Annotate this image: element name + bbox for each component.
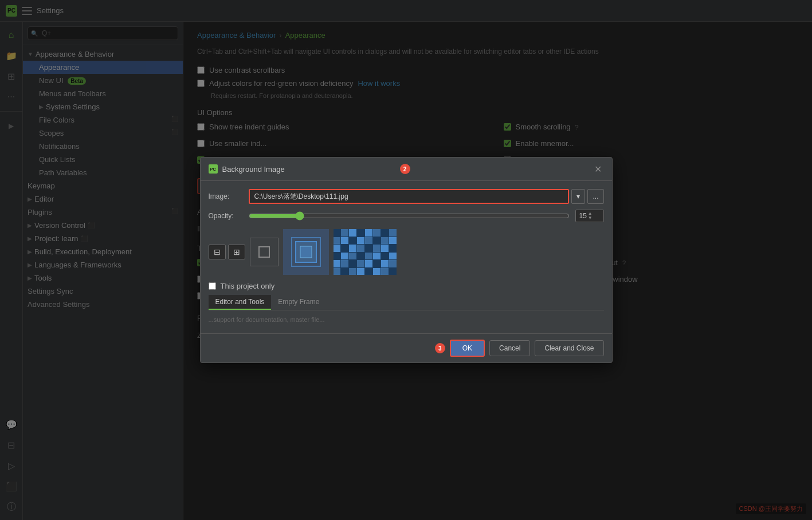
opacity-value: 15 — [579, 212, 587, 220]
opacity-slider[interactable] — [249, 211, 570, 220]
layout-btn-split-horizontal[interactable]: ⊞ — [228, 245, 245, 259]
opacity-label: Opacity: — [209, 212, 243, 220]
this-project-label: This project only — [221, 282, 275, 290]
grid-cell — [341, 237, 348, 245]
grid-cell — [389, 260, 397, 267]
center-square-inner — [258, 246, 270, 258]
image-input-wrap: ▾ ... — [249, 189, 604, 204]
grid-cell — [373, 260, 380, 267]
modal-title: Background Image — [222, 165, 395, 174]
grid-cell — [381, 268, 389, 275]
image-label: Image: — [209, 192, 243, 200]
grid-pattern-preview: // Will be generated via JS below — [334, 229, 397, 275]
grid-cell — [334, 245, 341, 252]
opacity-spinner[interactable]: ▲ ▼ — [588, 211, 593, 220]
tab-empty-frame[interactable]: Empty Frame — [271, 295, 326, 310]
grid-cell — [357, 268, 364, 275]
this-project-checkbox[interactable] — [209, 282, 216, 290]
grid-cell — [341, 253, 348, 260]
modal-badge-3: 3 — [435, 343, 445, 353]
grid-cell — [349, 260, 356, 267]
grid-cell — [341, 229, 348, 237]
scroll-hint: ...support for documentation, master fil… — [209, 316, 604, 323]
grid-cell — [341, 268, 348, 275]
grid-cell — [389, 229, 397, 237]
grid-cell — [349, 253, 356, 260]
grid-cell — [389, 237, 397, 245]
grid-cell — [389, 268, 397, 275]
grid-cell — [341, 260, 348, 267]
grid-cell — [357, 253, 364, 260]
grid-cell — [373, 245, 380, 252]
clear-and-close-button[interactable]: Clear and Close — [535, 340, 603, 356]
image-row: Image: ▾ ... — [209, 189, 604, 204]
blue-squares-preview — [283, 229, 329, 275]
background-image-modal: PC Background Image 2 ✕ Image: ▾ ... Opa… — [200, 157, 613, 363]
grid-cell — [389, 253, 397, 260]
grid-cell — [334, 237, 341, 245]
grid-cell — [334, 229, 341, 237]
preview-area: ⊟ ⊞ // Will — [209, 229, 604, 275]
modal-close-button[interactable]: ✕ — [593, 163, 604, 175]
modal-header: PC Background Image 2 ✕ — [201, 157, 612, 181]
grid-cell — [365, 245, 372, 252]
grid-cell — [381, 245, 389, 252]
grid-cell — [334, 260, 341, 267]
grid-cell — [373, 268, 380, 275]
grid-cell — [365, 253, 372, 260]
modal-footer: 3 OK Cancel Clear and Close — [201, 333, 612, 363]
grid-cell — [357, 245, 364, 252]
grid-cell — [381, 229, 389, 237]
image-path-input[interactable] — [249, 189, 570, 204]
modal-overlay: PC Background Image 2 ✕ Image: ▾ ... Opa… — [0, 0, 812, 520]
modal-body: Image: ▾ ... Opacity: 15 ▲ ▼ — [201, 181, 612, 333]
ok-button[interactable]: OK — [450, 340, 485, 357]
grid-cell — [381, 237, 389, 245]
modal-pc-icon: PC — [209, 164, 218, 174]
center-square-preview — [250, 238, 278, 266]
grid-cell — [349, 245, 356, 252]
grid-cell — [373, 229, 380, 237]
grid-cell — [365, 268, 372, 275]
opacity-row: Opacity: 15 ▲ ▼ — [209, 210, 604, 222]
grid-cell — [365, 237, 372, 245]
opacity-value-box: 15 ▲ ▼ — [575, 210, 604, 222]
grid-cell — [349, 268, 356, 275]
grid-cell — [357, 229, 364, 237]
this-project-row: This project only — [209, 282, 604, 290]
grid-cell — [357, 237, 364, 245]
grid-cell — [349, 237, 356, 245]
modal-tabs: Editor and Tools Empty Frame — [209, 295, 604, 310]
grid-cell — [357, 260, 364, 267]
layout-buttons: ⊟ ⊞ — [209, 245, 245, 259]
image-dropdown-btn[interactable]: ▾ — [571, 189, 585, 204]
blue-squares-svg — [289, 235, 323, 269]
grid-cell — [381, 253, 389, 260]
modal-badge-2: 2 — [400, 164, 410, 174]
cancel-button[interactable]: Cancel — [489, 340, 530, 356]
layout-btn-split-vertical[interactable]: ⊟ — [209, 245, 226, 259]
grid-cell — [365, 229, 372, 237]
grid-cell — [365, 260, 372, 267]
grid-cell — [334, 268, 341, 275]
opacity-down-arrow[interactable]: ▼ — [588, 216, 593, 220]
tab-editor-tools[interactable]: Editor and Tools — [209, 295, 272, 310]
grid-cell — [334, 253, 341, 260]
grid-cell — [373, 237, 380, 245]
grid-cell — [389, 245, 397, 252]
grid-cell — [373, 253, 380, 260]
grid-cell — [381, 260, 389, 267]
grid-cell — [349, 229, 356, 237]
svg-rect-2 — [300, 246, 312, 258]
grid-cell — [341, 245, 348, 252]
image-browse-btn[interactable]: ... — [587, 189, 603, 204]
